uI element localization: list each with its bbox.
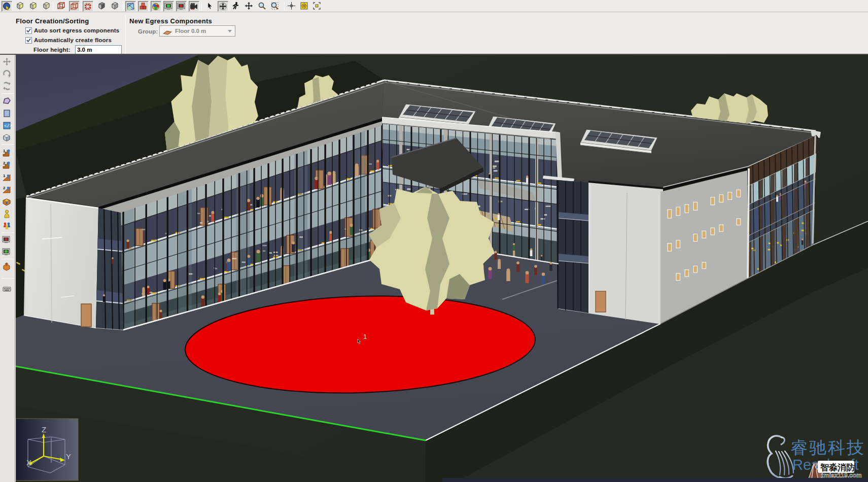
svg-text:1: 1 — [363, 333, 367, 340]
svg-text:Z: Z — [42, 425, 46, 434]
svg-text:zmjax119.com: zmjax119.com — [821, 472, 862, 479]
svg-text:睿驰科技: 睿驰科技 — [790, 438, 865, 457]
svg-text:X: X — [26, 458, 31, 467]
svg-text:2: 2 — [3, 186, 6, 190]
svg-text:智淼消防: 智淼消防 — [820, 463, 855, 472]
svg-text:1: 1 — [3, 174, 6, 178]
svg-text:Y: Y — [66, 452, 71, 461]
svg-text:</>: </> — [4, 124, 12, 129]
svg-text:1: 1 — [3, 149, 6, 153]
svg-text:2: 2 — [3, 161, 6, 165]
